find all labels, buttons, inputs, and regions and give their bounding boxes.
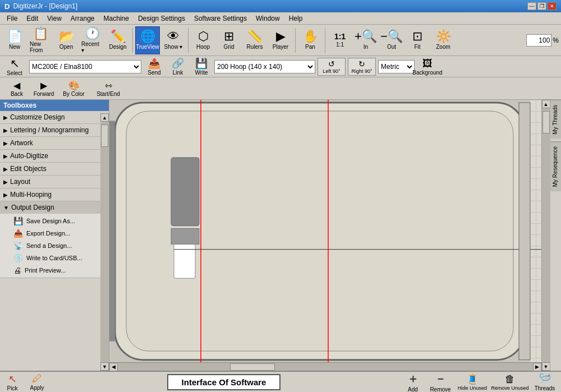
restore-button[interactable]: ❐: [537, 2, 546, 10]
lettering-arrow: ▶: [3, 127, 8, 133]
window-controls: — ❐ ✕: [527, 2, 557, 10]
export-design-item[interactable]: 📤 Export Design...: [0, 227, 101, 239]
save-design-as-item[interactable]: 💾 Save Design As...: [0, 215, 101, 227]
close-button[interactable]: ✕: [548, 2, 557, 10]
export-design-icon: 📤: [13, 229, 23, 238]
hscroll-left-btn[interactable]: ◀: [109, 363, 118, 371]
write-to-card-item[interactable]: 💿 Write to Card/USB...: [0, 252, 101, 264]
write-button[interactable]: 💾 Write: [191, 57, 212, 76]
new-button[interactable]: 📄 New: [2, 26, 27, 54]
sidebar-scroll-up[interactable]: ▲: [100, 113, 109, 122]
back-button[interactable]: ◀ Back: [4, 79, 29, 99]
show-button[interactable]: 👁 Show ▾: [161, 26, 186, 54]
menu-help[interactable]: Help: [284, 13, 307, 24]
toolboxes-header: Toolboxes: [0, 100, 109, 111]
hide-unused-button[interactable]: 🧵 Hide Unused: [456, 372, 489, 392]
remove-unused-button[interactable]: 🗑 Remove Unused: [490, 372, 530, 392]
background-icon: 🖼: [422, 58, 433, 70]
menu-edit[interactable]: Edit: [22, 13, 43, 24]
grid-icon: ⊞: [224, 30, 234, 43]
zoom-icon: 🔆: [436, 30, 451, 43]
menu-software-settings[interactable]: Software Settings: [190, 13, 251, 24]
recent-button[interactable]: 🕐 Recent ▾: [80, 26, 104, 54]
zoom-input[interactable]: [526, 34, 551, 47]
sidebar-scroll-thumb[interactable]: [101, 124, 108, 147]
select-tool[interactable]: ↖ Select: [2, 53, 27, 81]
zoom-button[interactable]: 🔆 Zoom: [431, 26, 456, 54]
by-color-button[interactable]: 🎨 By Color: [58, 79, 89, 99]
start-end-label: Start/End: [96, 91, 120, 97]
toolbox-output-design-header[interactable]: ▼ Output Design: [0, 201, 101, 214]
save-design-as-label: Save Design As...: [26, 218, 75, 224]
artwork-label: Artwork: [10, 139, 33, 147]
menu-view[interactable]: View: [43, 13, 66, 24]
remove-button[interactable]: － Remove: [426, 372, 454, 392]
forward-button[interactable]: ▶ Forward: [31, 79, 56, 99]
toolbox-customize-design-header[interactable]: ▶ Customize Design: [0, 111, 101, 123]
layout-label: Layout: [10, 178, 30, 186]
menu-design-settings[interactable]: Design Settings: [134, 13, 190, 24]
start-end-button[interactable]: ⇿ Start/End: [91, 79, 125, 99]
toolbox-artwork-header[interactable]: ▶ Artwork: [0, 137, 101, 149]
by-color-icon: 🎨: [68, 80, 80, 91]
design-canvas[interactable]: [109, 100, 541, 362]
metric-select[interactable]: Metric Imperial: [378, 60, 415, 73]
vscroll-thumb[interactable]: [542, 111, 550, 133]
toolbox-lettering-header[interactable]: ▶ Lettering / Monogramming: [0, 124, 101, 136]
write-to-card-icon: 💿: [13, 253, 23, 262]
zoom-1to1-button[interactable]: 1:1 1:1: [328, 26, 352, 54]
hoop-select[interactable]: 200 Hoop (140 x 140): [214, 60, 315, 73]
apply-button[interactable]: 🖊 Apply: [25, 372, 49, 392]
hscroll-right-btn[interactable]: ▶: [533, 363, 541, 371]
toolbox-multi-hooping-header[interactable]: ▶ Multi-Hooping: [0, 188, 101, 201]
app-icon: D: [4, 2, 10, 11]
zoom-out-button[interactable]: −🔍 Out: [379, 26, 404, 54]
menu-file[interactable]: File: [2, 13, 22, 24]
menu-window[interactable]: Window: [251, 13, 284, 24]
link-button[interactable]: 🔗 Link: [167, 57, 188, 76]
hoop-button[interactable]: ⬡ Hoop: [191, 26, 215, 54]
hscroll-thumb[interactable]: [230, 363, 275, 371]
write-label: Write: [195, 70, 208, 76]
send-a-design-item[interactable]: 📡 Send a Design...: [0, 239, 101, 252]
toolbox-layout-header[interactable]: ▶ Layout: [0, 176, 101, 188]
minimize-button[interactable]: —: [527, 2, 536, 10]
toolbox-edit-objects-header[interactable]: ▶ Edit Objects: [0, 163, 101, 175]
toolbox-auto-digitize-header[interactable]: ▶ Auto-Digitize: [0, 150, 101, 162]
right90-button[interactable]: ↻ Right 90°: [348, 58, 376, 76]
machine-select[interactable]: MC200E / Elna8100: [29, 60, 141, 73]
title-bar: D DigitizerJr - [Design1] — ❐ ✕: [0, 0, 561, 12]
grid-button[interactable]: ⊞ Grid: [217, 26, 241, 54]
send-a-design-label: Send a Design...: [26, 242, 72, 249]
print-preview-item[interactable]: 🖨 Print Preview...: [0, 264, 101, 276]
new-label: New: [9, 44, 20, 50]
design-button[interactable]: ✏️ Design: [105, 26, 130, 54]
right-tab-my-threads[interactable]: My Threads: [550, 100, 561, 139]
left90-button[interactable]: ↺ Left 90°: [318, 58, 346, 76]
sidebar-scroll-down[interactable]: ▼: [100, 362, 109, 371]
vscroll-down-btn[interactable]: ▼: [542, 362, 550, 371]
player-button[interactable]: ▶ Player: [268, 26, 293, 54]
fit-button[interactable]: ⊡ Fit: [405, 26, 430, 54]
toolbox-auto-digitize: ▶ Auto-Digitize: [0, 150, 101, 163]
link-label: Link: [173, 70, 183, 76]
open-button[interactable]: 📂 Open: [54, 26, 79, 54]
rulers-button[interactable]: 📏 Rulers: [242, 26, 267, 54]
zoom-1to1-icon: 1:1: [334, 33, 346, 40]
status-right-btns: ＋ Add － Remove 🧵 Hide Unused 🗑 Remove Un…: [398, 372, 561, 392]
right-tab-my-resequence[interactable]: My Resequence: [550, 141, 561, 191]
menu-arrange[interactable]: Arrange: [66, 13, 99, 24]
send-button[interactable]: 📤 Send: [144, 57, 165, 76]
vscroll-up-btn[interactable]: ▲: [542, 100, 550, 108]
trueview-button[interactable]: 🌐 TrueView: [135, 26, 160, 54]
threads-button[interactable]: 🪡 Threads: [531, 372, 559, 392]
write-icon: 💾: [195, 57, 208, 70]
menu-machine[interactable]: Machine: [99, 13, 134, 24]
add-button[interactable]: ＋ Add: [401, 372, 425, 392]
new-from-button[interactable]: 📋 New From: [28, 26, 53, 54]
background-button[interactable]: 🖼 Background: [417, 57, 438, 76]
zoom-in-button[interactable]: +🔍 In: [353, 26, 378, 54]
pan-button[interactable]: ✋ Pan: [298, 26, 323, 54]
pick-button[interactable]: ↖ Pick: [0, 372, 25, 392]
right90-label: Right 90°: [351, 68, 372, 74]
